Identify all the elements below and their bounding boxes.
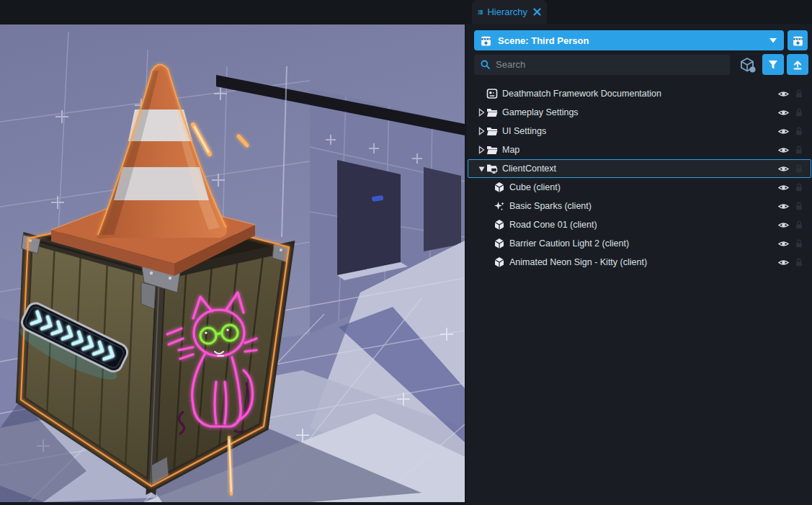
expander-slot [478, 89, 486, 99]
filter-button[interactable] [762, 54, 784, 75]
tree-row-neon-sign-kitty[interactable]: Animated Neon Sign - Kitty (client) [468, 253, 811, 272]
tree-row-cube[interactable]: Cube (client) [468, 178, 811, 197]
expander-collapsed-icon[interactable] [478, 145, 486, 155]
filter-funnel-icon [767, 59, 779, 71]
lock-icon[interactable] [794, 182, 804, 192]
cube-icon [494, 256, 505, 268]
tree-row-label: UI Settings [502, 126, 778, 136]
eye-icon[interactable] [778, 201, 789, 212]
lock-icon[interactable] [794, 126, 804, 136]
panel-tabbar: Hierarchy [466, 0, 812, 24]
tree-row-label: Cube (client) [509, 182, 778, 192]
expander-slot [485, 182, 494, 192]
eye-icon[interactable] [778, 220, 789, 231]
folder-icon [486, 107, 498, 118]
expander-slot [485, 238, 494, 249]
scene-clapper-icon [792, 35, 804, 47]
editor-window: Hierarchy Scene: Third Person [0, 0, 812, 505]
scene-settings-button[interactable] [788, 30, 808, 50]
tree-row-documentation[interactable]: Deathmatch Framework Documentation [468, 84, 811, 103]
folder-icon [486, 125, 498, 137]
search-input[interactable] [496, 59, 724, 70]
tree-row-gameplay-settings[interactable]: Gameplay Settings [468, 103, 811, 122]
tree-row-ui-settings[interactable]: UI Settings [468, 122, 811, 140]
chevron-down-icon [769, 38, 777, 43]
scene-selector[interactable]: Scene: Third Person [474, 30, 784, 50]
documentation-icon [486, 88, 498, 99]
folder-icon [486, 144, 498, 156]
tree-row-map[interactable]: Map [468, 140, 811, 159]
expander-expanded-icon[interactable] [478, 164, 486, 174]
lock-icon[interactable] [794, 89, 804, 99]
expander-collapsed-icon[interactable] [478, 126, 486, 136]
cube-icon [494, 219, 505, 231]
tree-row-road-cone[interactable]: Road Cone 01 (client) [468, 215, 811, 234]
lock-icon[interactable] [794, 164, 804, 174]
collapse-all-button[interactable] [787, 54, 808, 75]
eye-icon[interactable] [778, 145, 789, 156]
eye-icon[interactable] [778, 164, 789, 174]
client-context-folder-icon [486, 163, 498, 174]
eye-icon[interactable] [778, 257, 789, 268]
tree-row-label: Basic Sparks (client) [509, 201, 778, 211]
tree-row-label: Road Cone 01 (client) [509, 220, 778, 230]
collapse-up-icon [792, 59, 803, 71]
tree-row-clientcontext[interactable]: ClientContext [468, 159, 811, 178]
lock-icon[interactable] [794, 201, 804, 211]
hierarchy-list-icon [478, 6, 483, 18]
tab-hierarchy[interactable]: Hierarchy [472, 0, 547, 24]
lock-icon[interactable] [794, 145, 804, 155]
lock-icon[interactable] [794, 257, 804, 267]
eye-icon[interactable] [778, 182, 789, 193]
sparks-icon [494, 200, 505, 212]
eye-icon[interactable] [778, 238, 789, 249]
expander-slot [485, 201, 494, 211]
tree-row-label: Barrier Caution Light 2 (client) [509, 238, 778, 249]
search-icon [480, 59, 491, 70]
3d-viewport[interactable] [0, 24, 465, 502]
tree-row-label: Gameplay Settings [502, 107, 778, 117]
window-opening [424, 167, 461, 251]
tree-row-basic-sparks[interactable]: Basic Sparks (client) [468, 197, 811, 215]
eye-icon[interactable] [778, 107, 789, 118]
tree-row-label: Deathmatch Framework Documentation [502, 89, 778, 99]
lock-icon[interactable] [794, 220, 804, 230]
tree-row-label: Animated Neon Sign - Kitty (client) [509, 257, 778, 267]
hierarchy-tree: Deathmatch Framework Documentation [466, 84, 812, 272]
expander-collapsed-icon[interactable] [478, 107, 486, 117]
tab-label: Hierarchy [487, 6, 527, 17]
tree-row-label: Map [502, 145, 778, 155]
hierarchy-panel: Hierarchy Scene: Third Person [466, 0, 812, 505]
lock-icon[interactable] [794, 238, 804, 249]
search-box [474, 55, 730, 75]
eye-icon[interactable] [778, 89, 789, 99]
tree-row-barrier-caution-light[interactable]: Barrier Caution Light 2 (client) [468, 234, 811, 253]
lock-icon[interactable] [794, 107, 804, 117]
eye-icon[interactable] [778, 126, 789, 137]
panel-content: Scene: Third Person [466, 24, 812, 505]
cube-icon [494, 238, 505, 249]
scene-selector-label: Scene: Third Person [498, 35, 764, 46]
doorway-opening [337, 160, 401, 275]
expander-slot [485, 220, 494, 230]
scene-clapper-icon [480, 35, 492, 47]
cube-filter-icon[interactable] [739, 56, 757, 73]
close-icon[interactable] [533, 8, 541, 16]
expander-slot [485, 257, 494, 267]
cube-icon [494, 182, 505, 193]
tree-row-label: ClientContext [502, 164, 778, 174]
viewport-scene [0, 24, 465, 502]
